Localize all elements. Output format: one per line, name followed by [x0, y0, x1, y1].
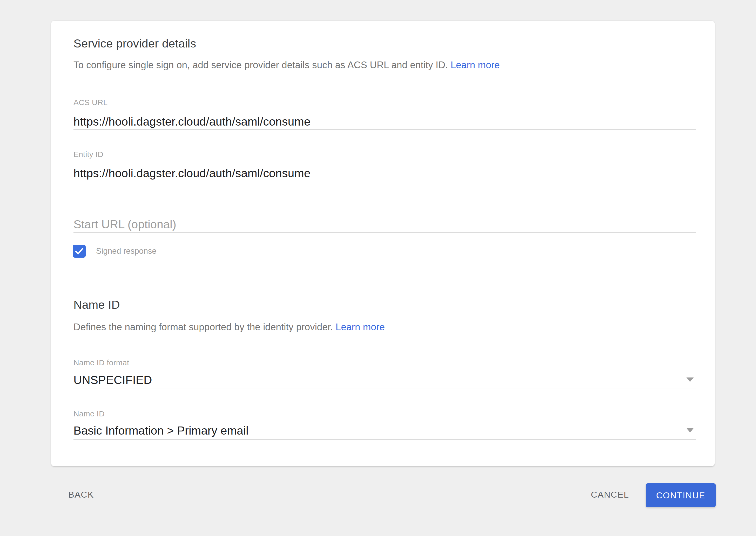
start-url-input[interactable] — [73, 217, 696, 233]
signed-response-checkbox[interactable] — [73, 245, 86, 258]
name-id-format-select[interactable]: UNSPECIFIED — [73, 374, 152, 386]
name-id-select[interactable]: Basic Information > Primary email — [73, 424, 248, 437]
saml-config-page: Service provider details To configure si… — [0, 0, 756, 536]
acs-url-input[interactable] — [73, 114, 696, 130]
entity-id-input[interactable] — [73, 166, 696, 181]
chevron-down-icon[interactable] — [686, 378, 694, 382]
section-description: To configure single sign on, add service… — [73, 60, 500, 71]
learn-more-link-service-provider[interactable]: Learn more — [451, 60, 500, 70]
name-id-format-underline — [73, 388, 696, 388]
cancel-button[interactable]: CANCEL — [591, 490, 629, 499]
section-title-name-id: Name ID — [73, 299, 120, 311]
entity-id-label: Entity ID — [73, 151, 103, 158]
learn-more-link-name-id[interactable]: Learn more — [336, 322, 385, 332]
chevron-down-icon[interactable] — [686, 428, 694, 432]
acs-url-label: ACS URL — [73, 99, 107, 106]
name-id-description: Defines the naming format supported by t… — [73, 322, 385, 333]
section-description-text: To configure single sign on, add service… — [73, 60, 448, 70]
name-id-underline — [73, 439, 696, 440]
continue-button[interactable]: CONTINUE — [646, 483, 716, 507]
service-provider-card: Service provider details To configure si… — [51, 21, 715, 466]
checkmark-icon — [73, 245, 86, 258]
name-id-description-text: Defines the naming format supported by t… — [73, 322, 333, 332]
back-button[interactable]: BACK — [68, 490, 94, 499]
name-id-format-label: Name ID format — [73, 359, 129, 367]
section-title-service-provider: Service provider details — [73, 38, 196, 49]
name-id-label: Name ID — [73, 410, 105, 418]
signed-response-label: Signed response — [96, 245, 157, 258]
